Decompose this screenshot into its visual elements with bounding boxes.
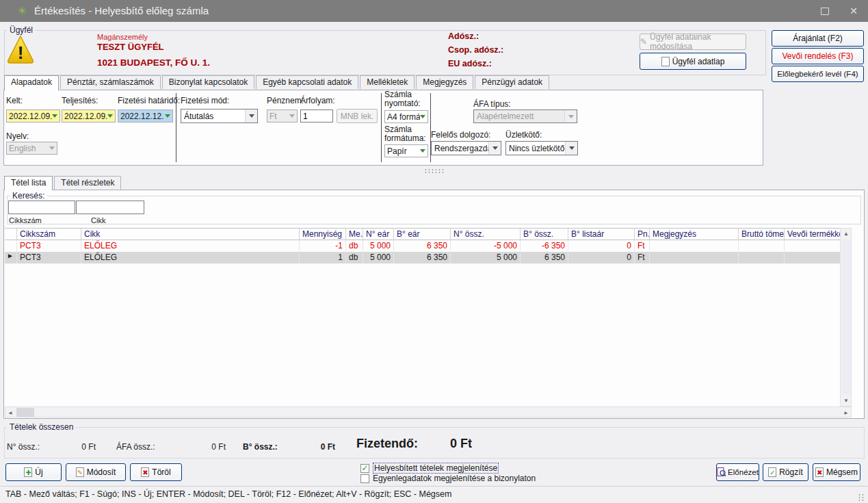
checkbox-unchecked-icon[interactable] — [360, 474, 369, 483]
preview-button[interactable]: Előnézet — [716, 463, 759, 481]
cell-b-listaar: 0 — [568, 240, 635, 252]
tab-bizonylat-kapcsolatok[interactable]: Bizonylat kapcsolatok — [162, 75, 254, 89]
cross-icon: ✖ — [817, 469, 822, 476]
arfolyam-input[interactable] — [300, 109, 333, 122]
customer-order-button[interactable]: Vevői rendelés (F3) — [772, 48, 864, 64]
dropdown-arrow-icon — [420, 115, 425, 118]
scroll-up-icon[interactable]: ▲ — [843, 231, 849, 237]
penznem-combo[interactable]: Ft — [267, 109, 298, 122]
tab-alapadatok[interactable]: Alapadatok — [4, 75, 59, 90]
scroll-left-icon[interactable]: ◄ — [8, 410, 13, 416]
customer-name: TESZT ÜGYFÉL — [97, 42, 164, 52]
col-b-listaar[interactable]: B° listaár — [568, 229, 635, 240]
fizetesi-hatarido-value: 2022.12.12. — [120, 112, 163, 121]
fizetesi-mod-value: Átutalás — [184, 112, 213, 121]
vertical-scroll-thumb[interactable] — [841, 240, 850, 394]
szamla-nyomtato-combo[interactable]: A4 formá — [384, 110, 428, 123]
nyelv-combo[interactable]: English — [6, 142, 57, 155]
szamla-nyomtato-label-line2: nyomtató: — [384, 99, 421, 108]
col-b-ear[interactable]: B° eár — [394, 229, 451, 240]
cancel-button[interactable]: ✖ Mégsem — [813, 463, 860, 481]
customer-datasheet-button[interactable]: Ügyfél adatlap — [640, 53, 746, 70]
col-mennyiseg[interactable]: Mennyiség — [300, 229, 346, 240]
tab-egyeb-kapcsolati-adatok[interactable]: Egyéb kapcsolati adatok — [256, 75, 358, 89]
dropdown-button[interactable] — [565, 142, 577, 155]
vertical-scrollbar[interactable]: ▲ ▼ — [840, 228, 852, 407]
status-bar: TAB - Mező váltás; F1 - Súgó; INS - Új; … — [0, 486, 868, 503]
cell-brutto-tomeg — [739, 240, 785, 252]
cell-megjegyzes — [650, 252, 739, 263]
tab-megjegyzes[interactable]: Megjegyzés — [416, 75, 473, 89]
modify-customer-button[interactable]: ✎ Ügyfél adatainak módosítása — [640, 34, 746, 50]
col-cikk[interactable]: Cikk — [81, 229, 300, 240]
modify-button[interactable]: ✎ Módosít — [66, 463, 126, 481]
divider — [381, 93, 382, 162]
col-indicator[interactable] — [5, 229, 17, 240]
dropdown-arrow-icon[interactable] — [107, 114, 113, 118]
col-cikkszam[interactable]: Cikkszám — [17, 229, 81, 240]
szamla-formatuma-combo[interactable]: Papír — [384, 144, 428, 157]
tab-penzugyi-adatok[interactable]: Pénzügyi adatok — [475, 75, 549, 89]
col-n-ossz[interactable]: N° össz. — [451, 229, 521, 240]
tab-penztar-szamlaszamok[interactable]: Pénztár, számlaszámok — [60, 75, 161, 89]
kelt-date-field[interactable]: 2022.12.09. — [6, 109, 60, 122]
new-button-label: Új — [35, 467, 42, 477]
col-n-ear[interactable]: N° eár — [363, 229, 394, 240]
customer-address: 1021 BUDAPEST, FŐ U. 1. — [97, 57, 210, 68]
uzletkoto-combo[interactable]: Nincs üzletkötő — [505, 141, 578, 155]
cell-pn: Ft — [635, 252, 650, 263]
scroll-right-icon[interactable]: ► — [843, 410, 849, 416]
teljesites-date-field[interactable]: 2022.12.09. — [62, 109, 116, 122]
checkbox-checked-icon[interactable]: ✓ — [360, 464, 369, 473]
tab-tetel-lista[interactable]: Tétel lista — [4, 176, 53, 190]
col-me[interactable]: Me. — [346, 229, 363, 240]
table-row[interactable]: PCT3 ELŐLEG -1 db 5 000 6 350 -5 000 -6 … — [5, 240, 852, 252]
fizetesi-hatarido-date-field[interactable]: 2022.12.12. — [118, 109, 173, 122]
main-tabstrip: AlapadatokPénztár, számlaszámokBizonylat… — [4, 75, 551, 90]
tab-mellekletek[interactable]: Mellékletek — [360, 75, 415, 89]
show-balance-data-checkbox[interactable]: Egyenlegadatok megjelenítése a bizonylat… — [360, 474, 536, 483]
fizetesi-mod-combo[interactable]: Átutalás — [181, 109, 258, 123]
new-button[interactable]: ✚ Új — [5, 463, 62, 481]
dropdown-arrow-icon — [569, 146, 575, 150]
quote-button[interactable]: Árajánlat (F2) — [772, 30, 864, 47]
search-cikk-input[interactable] — [76, 201, 144, 214]
cell-cikk: ELŐLEG — [81, 240, 300, 252]
n-ossz-value: 0 Ft — [41, 442, 96, 452]
save-button[interactable]: ✓ Rögzít — [763, 463, 808, 481]
tab-tetel-reszletek[interactable]: Tétel részletek — [54, 176, 121, 190]
horizontal-scrollbar[interactable]: ◄ ► — [5, 407, 852, 417]
felelos-dolgozo-combo[interactable]: Rendszergazda Gé — [431, 141, 501, 155]
maximize-button[interactable] — [811, 0, 839, 22]
n-ossz-label: N° össz.: — [7, 442, 40, 452]
dropdown-arrow-icon[interactable] — [52, 114, 57, 118]
szamla-nyomtato-value: A4 formá — [387, 112, 420, 122]
col-pn[interactable]: Pn. — [635, 229, 650, 240]
teljesites-value: 2022.12.09. — [64, 112, 107, 121]
modify-customer-label: Ügyfél adatainak módosítása — [650, 32, 746, 51]
advance-request-letter-button[interactable]: Előlegbekérő levél (F4) — [772, 66, 864, 82]
col-megjegyzes[interactable]: Megjegyzés — [650, 229, 739, 240]
delete-button[interactable]: ✖ Töröl — [130, 463, 182, 481]
col-brutto-tomeg[interactable]: Bruttó tömeg — [739, 229, 785, 240]
pencil-icon: ✎ — [77, 469, 83, 476]
search-cikkszam-input[interactable] — [8, 201, 75, 214]
dropdown-arrow-icon[interactable] — [165, 114, 170, 118]
col-b-ossz[interactable]: B° össz. — [521, 229, 568, 240]
table-row-selected[interactable]: ► PCT3 ELŐLEG 1 db 5 000 6 350 5 000 6 3… — [5, 252, 852, 263]
horizontal-scroll-thumb[interactable] — [16, 408, 34, 417]
scroll-down-icon[interactable]: ▼ — [843, 398, 849, 404]
cell-b-ossz: -6 350 — [521, 240, 568, 252]
document-icon — [661, 57, 670, 66]
totals-group-label: Tételek összesen — [7, 422, 76, 432]
close-button[interactable]: ✕ — [840, 0, 867, 22]
svg-text:!: ! — [18, 42, 24, 63]
splitter-grip[interactable] — [424, 168, 445, 173]
dropdown-button[interactable] — [488, 142, 501, 155]
dropdown-button[interactable] — [245, 109, 257, 122]
show-corrected-items-checkbox[interactable]: ✓ Helyesbített tételek megjelenítése — [360, 463, 499, 473]
resize-grip[interactable] — [858, 493, 866, 502]
afa-tipus-combo[interactable]: Alapértelmezett — [473, 109, 577, 123]
dropdown-arrow-icon — [420, 149, 425, 153]
mnb-rate-button[interactable]: MNB lek. — [337, 109, 378, 123]
